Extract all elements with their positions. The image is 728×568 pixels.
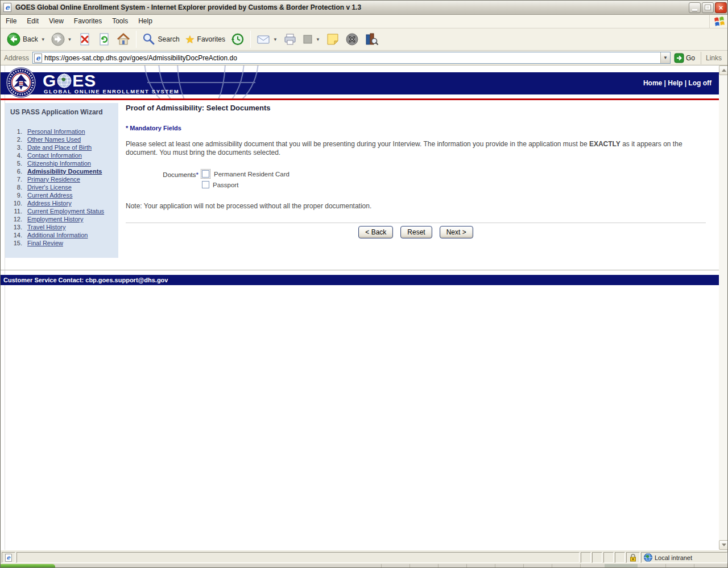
research-button[interactable] <box>362 31 381 47</box>
status-page-panel <box>2 552 15 563</box>
step-link[interactable]: Additional Information <box>27 231 88 239</box>
back-dropdown-icon[interactable]: ▼ <box>41 37 46 42</box>
ie-toolbar: Back ▼ ▼ Search ★ Favorites <box>1 28 728 51</box>
edit-button[interactable]: ▼ <box>300 33 323 46</box>
form-divider <box>126 223 706 223</box>
instructions-text: Please select at least one admissibility… <box>126 140 700 157</box>
goes-logo-g: G <box>43 73 56 89</box>
taskbar-buttons[interactable] <box>353 564 694 568</box>
step-link[interactable]: Citizenship Information <box>27 159 91 167</box>
menu-tools[interactable]: Tools <box>107 15 133 28</box>
nav-separator: | <box>682 79 688 87</box>
back-form-button[interactable]: < Back <box>358 226 393 238</box>
step-link[interactable]: Employment History <box>27 215 83 223</box>
menu-view[interactable]: View <box>44 15 69 28</box>
nav-help-link[interactable]: Help <box>668 79 682 87</box>
address-label: Address <box>4 54 29 62</box>
step-link[interactable]: Current Employment Status <box>27 207 104 215</box>
step-link[interactable]: Final Review <box>27 239 63 247</box>
reset-button[interactable]: Reset <box>400 226 432 238</box>
back-button[interactable]: Back ▼ <box>4 31 48 47</box>
edit-dropdown-icon[interactable]: ▼ <box>316 37 320 42</box>
step-link[interactable]: Other Names Used <box>27 135 81 143</box>
window-titlebar: GOES Global Online Enrollment System - I… <box>1 1 728 15</box>
step-number: 4. <box>5 151 22 159</box>
wizard-step-contact-information: 4.Contact Information <box>5 151 118 159</box>
print-icon <box>283 32 297 46</box>
menu-help[interactable]: Help <box>133 15 158 28</box>
forward-button[interactable]: ▼ <box>48 31 75 47</box>
scroll-down-button[interactable] <box>719 540 728 550</box>
refresh-button[interactable] <box>94 31 114 47</box>
wizard-step-drivers-license: 8.Driver's License <box>5 183 118 191</box>
start-button[interactable] <box>1 564 55 568</box>
step-link[interactable]: Current Address <box>27 191 72 199</box>
toolbar-separator <box>136 31 136 48</box>
nav-home-link[interactable]: Home <box>643 79 662 87</box>
mail-dropdown-icon[interactable]: ▼ <box>273 37 278 42</box>
option-passport: Passport <box>202 181 238 188</box>
menu-edit[interactable]: Edit <box>22 15 44 28</box>
messenger-button[interactable] <box>342 31 362 47</box>
go-label: Go <box>686 54 695 62</box>
documentation-note: Note: Your application will not be proce… <box>126 202 371 210</box>
menu-favorites[interactable]: Favorites <box>69 15 107 28</box>
restore-button[interactable] <box>702 2 714 13</box>
required-asterisk: * <box>196 171 198 178</box>
ie-window: GOES Global Online Enrollment System - I… <box>0 0 728 568</box>
wizard-step-current-address: 9.Current Address <box>5 191 118 199</box>
permanent-resident-card-checkbox[interactable] <box>202 170 209 178</box>
history-button[interactable] <box>228 31 247 47</box>
step-link[interactable]: Contact Information <box>27 151 82 159</box>
menu-file[interactable]: File <box>1 15 22 28</box>
step-link[interactable]: Address History <box>27 199 72 207</box>
checkbox-label: Permanent Resident Card <box>214 171 289 178</box>
home-button[interactable] <box>114 31 133 47</box>
stop-icon <box>78 32 92 46</box>
passport-checkbox[interactable] <box>202 181 209 188</box>
step-link-current[interactable]: Admissibility Documents <box>27 167 102 175</box>
scroll-up-button[interactable] <box>719 65 728 75</box>
wizard-step-citizenship-information: 5.Citizenship Information <box>5 159 118 167</box>
instructions-pre: Please select at least one admissibility… <box>126 140 589 148</box>
step-number: 15. <box>5 239 22 247</box>
step-number: 13. <box>5 223 22 231</box>
nav-separator: | <box>662 79 668 87</box>
wizard-step-travel-history: 13.Travel History <box>5 223 118 231</box>
close-button[interactable]: × <box>715 2 727 13</box>
address-input[interactable] <box>43 54 660 62</box>
step-link[interactable]: Date and Place of Birth <box>27 143 92 151</box>
content-bottom-rule <box>1 270 719 270</box>
links-bar[interactable]: Links <box>701 52 726 64</box>
mail-button[interactable]: ▼ <box>254 31 280 47</box>
documents-label-text: Documents <box>163 171 196 178</box>
step-link[interactable]: Primary Residence <box>27 175 80 183</box>
address-dropdown-icon[interactable]: ▼ <box>660 52 670 63</box>
step-link[interactable]: Driver's License <box>27 183 72 191</box>
nav-logoff-link[interactable]: Log off <box>688 79 712 87</box>
go-button[interactable]: Go <box>671 53 698 63</box>
zone-label: Local intranet <box>655 554 692 561</box>
vertical-scrollbar[interactable] <box>719 65 728 550</box>
stop-button[interactable] <box>75 31 94 47</box>
research-icon <box>365 32 378 46</box>
menu-bar: File Edit View Favorites Tools Help <box>1 15 728 28</box>
taskbar-active-button[interactable] <box>605 564 638 568</box>
search-button[interactable]: Search <box>139 31 183 47</box>
goes-logo: G ES <box>43 73 96 89</box>
next-button[interactable]: Next > <box>440 226 473 238</box>
refresh-icon <box>97 32 111 46</box>
step-link[interactable]: Travel History <box>27 223 65 231</box>
print-button[interactable] <box>280 31 300 47</box>
minimize-button[interactable] <box>689 2 701 13</box>
wizard-step-list: 1.Personal Information 2.Other Names Use… <box>5 127 118 247</box>
forward-dropdown-icon[interactable]: ▼ <box>68 37 72 42</box>
checkbox-focus-ring <box>201 169 210 179</box>
mail-icon <box>257 32 270 46</box>
step-number: 9. <box>5 191 22 199</box>
site-footer: Customer Service Contact: cbp.goes.suppo… <box>1 275 719 285</box>
favorites-button[interactable]: ★ Favorites <box>183 33 228 46</box>
notes-button[interactable] <box>323 31 342 47</box>
step-number: 12. <box>5 215 22 223</box>
step-link[interactable]: Personal Information <box>27 127 85 135</box>
